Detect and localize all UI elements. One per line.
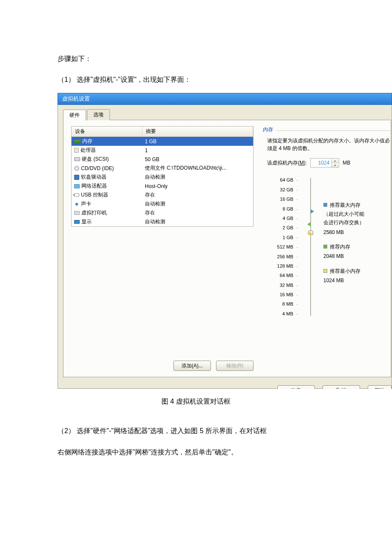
memory-groupbox: 请指定要为该虚拟机分配的内存大小。该内存大小值必须是 4 MB 的倍数。 该虚拟… <box>262 130 391 320</box>
table-row[interactable]: 虚拟打印机存在 <box>72 208 253 217</box>
tick-label: 256 MB - <box>267 252 298 261</box>
cpu-icon <box>74 148 79 153</box>
hardware-panel: 设备 摘要 内存1 GB处理器1硬盘 (SCSI)50 GBCD/DVD (ID… <box>63 120 391 377</box>
tick-label: 4 GB - <box>267 214 298 223</box>
tab-options[interactable]: 选项 <box>87 109 110 120</box>
table-row[interactable]: 内存1 GB <box>72 137 253 146</box>
dialog-footer: 确定 取消 帮助 <box>63 381 392 389</box>
legend-min-swatch-icon <box>323 269 327 273</box>
marker-min-icon <box>307 231 311 236</box>
tick-label: 32 MB - <box>267 280 298 290</box>
device-name: 虚拟打印机 <box>81 209 107 217</box>
help-button[interactable]: 帮助 <box>368 385 392 389</box>
vm-settings-dialog: 虚拟机设置 硬件 选项 设备 摘要 内存1 GB处理器1硬盘 (SCSI)50 … <box>58 93 392 389</box>
device-summary: 1 <box>142 147 253 154</box>
memory-description: 请指定要为该虚拟机分配的内存大小。该内存大小值必须是 4 MB 的倍数。 <box>267 137 390 152</box>
tick-label: 1 GB - <box>267 233 298 242</box>
col-device[interactable]: 设备 <box>72 127 142 136</box>
table-row[interactable]: 声卡自动检测 <box>72 199 253 208</box>
memory-slider[interactable] <box>307 175 314 318</box>
spinner-buttons[interactable]: ▲▼ <box>331 159 338 167</box>
device-table: 设备 摘要 内存1 GB处理器1硬盘 (SCSI)50 GBCD/DVD (ID… <box>71 126 254 227</box>
tick-label: 8 GB - <box>267 204 298 214</box>
table-row[interactable]: USB 控制器存在 <box>72 191 253 199</box>
device-button-row: 添加(A)... 移除(R) <box>71 361 254 371</box>
printer-icon <box>74 211 80 215</box>
tick-label: 32 GB - <box>267 185 298 194</box>
legend-min: 推荐最小内存 1024 MB <box>323 267 390 285</box>
device-summary: 自动检测 <box>142 218 253 226</box>
device-cell: 硬盘 (SCSI) <box>72 155 142 163</box>
net-icon <box>74 184 80 188</box>
device-cell: USB 控制器 <box>72 191 142 199</box>
doc-step-2a: （2） 选择"硬件"-"网络适配器"选项，进入如图 5 所示界面，在对话框 <box>58 423 392 438</box>
table-row[interactable]: 网络适配器Host-Only <box>72 182 253 191</box>
marker-rec-icon <box>307 222 311 226</box>
device-name: USB 控制器 <box>81 191 108 199</box>
device-cell: 内存 <box>72 137 142 145</box>
table-row[interactable]: 处理器1 <box>72 146 253 155</box>
display-icon <box>74 220 80 224</box>
device-name: 显示 <box>81 218 92 225</box>
device-name: 处理器 <box>81 147 96 154</box>
remove-button: 移除(R) <box>216 361 254 371</box>
ok-button[interactable]: 确定 <box>277 385 315 389</box>
tab-hardware[interactable]: 硬件 <box>63 110 86 121</box>
device-cell: 声卡 <box>72 200 142 208</box>
tick-label: 128 MB - <box>267 261 298 271</box>
device-name: 网络适配器 <box>81 182 107 190</box>
add-button[interactable]: 添加(A)... <box>173 361 211 371</box>
mem-icon <box>74 140 81 143</box>
col-summary[interactable]: 摘要 <box>142 127 253 136</box>
marker-max-icon <box>311 209 314 214</box>
device-table-body: 内存1 GB处理器1硬盘 (SCSI)50 GBCD/DVD (IDE)使用文件… <box>72 137 253 226</box>
floppy-icon <box>74 175 79 180</box>
slider-track <box>310 178 311 316</box>
device-name: 内存 <box>82 138 92 145</box>
legend-max-swatch-icon <box>323 203 327 207</box>
memory-slider-area: 64 GB -32 GB -16 GB -8 GB -4 GB -2 GB -1… <box>267 175 390 318</box>
memory-value-input[interactable] <box>311 159 331 167</box>
device-name: 硬盘 (SCSI) <box>82 156 109 163</box>
tick-label: 64 MB - <box>267 271 298 280</box>
device-cell: 软盘驱动器 <box>72 173 142 181</box>
tick-label: 16 MB - <box>267 290 298 299</box>
device-table-header: 设备 摘要 <box>72 127 253 137</box>
device-summary: 使用文件 C:\TDDOWNLOAD\htc\ji... <box>142 164 253 172</box>
tick-label: 512 MB - <box>267 242 298 251</box>
device-cell: 虚拟打印机 <box>72 209 142 217</box>
table-row[interactable]: 显示自动检测 <box>72 217 253 226</box>
doc-step-1: （1） 选择"虚拟机"-"设置"，出现如下界面： <box>58 72 392 87</box>
cancel-button[interactable]: 取消 <box>323 385 360 389</box>
tick-label: 2 GB - <box>267 223 298 232</box>
device-name: 声卡 <box>81 200 91 208</box>
spin-up-icon[interactable]: ▲ <box>331 159 338 163</box>
device-cell: 处理器 <box>72 146 142 154</box>
dialog-titlebar[interactable]: 虚拟机设置 <box>58 93 392 105</box>
table-row[interactable]: 软盘驱动器自动检测 <box>72 173 253 182</box>
table-row[interactable]: CD/DVD (IDE)使用文件 C:\TDDOWNLOAD\htc\ji... <box>72 164 253 173</box>
memory-tick-labels: 64 GB -32 GB -16 GB -8 GB -4 GB -2 GB -1… <box>267 175 298 318</box>
spin-down-icon[interactable]: ▼ <box>331 163 338 168</box>
memory-panel: 内存 请指定要为该虚拟机分配的内存大小。该内存大小值必须是 4 MB 的倍数。 … <box>262 126 391 320</box>
device-summary: 存在 <box>142 209 253 217</box>
memory-spinner[interactable]: ▲▼ <box>310 158 339 168</box>
tab-strip: 硬件 选项 <box>63 109 392 120</box>
device-cell: 网络适配器 <box>72 182 142 190</box>
device-summary: 自动检测 <box>142 200 253 208</box>
device-cell: CD/DVD (IDE) <box>72 165 142 172</box>
dialog-title: 虚拟机设置 <box>62 95 90 103</box>
legend-rec-swatch-icon <box>323 245 327 249</box>
device-name: CD/DVD (IDE) <box>81 165 114 171</box>
device-summary: 1 GB <box>142 138 253 145</box>
hdd-icon <box>74 157 80 161</box>
usb-icon <box>74 194 79 197</box>
device-name: 软盘驱动器 <box>81 173 107 181</box>
memory-legend: 推荐最大内存 （超过此大小可能 会进行内存交换） 2580 MB 推荐内存 20… <box>323 175 390 318</box>
device-summary: 存在 <box>142 191 253 199</box>
cd-icon <box>74 166 79 171</box>
doc-step-intro: 步骤如下： <box>58 51 392 66</box>
table-row[interactable]: 硬盘 (SCSI)50 GB <box>72 155 253 164</box>
legend-rec: 推荐内存 2048 MB <box>323 243 390 261</box>
device-summary: 自动检测 <box>142 173 253 181</box>
